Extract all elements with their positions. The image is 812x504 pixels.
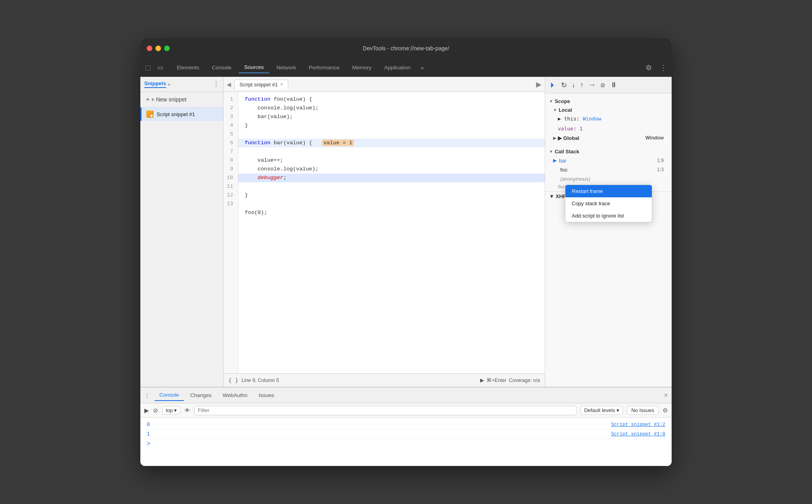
tab-application[interactable]: Application: [379, 62, 416, 73]
main-tab-bar: ⬚ ▭ Elements Console Sources Network Per…: [140, 59, 672, 77]
new-snippet-label: + New snippet: [151, 96, 186, 103]
run-icon[interactable]: ▶: [480, 377, 484, 383]
local-label: Local: [559, 107, 572, 113]
callstack-foo-loc: 1:3: [657, 167, 664, 172]
right-panel-inner: ▼ Scope ▼ Local ▶ this: Window value: 1: [545, 94, 672, 387]
debugger-toolbar: ⏵ ↻ ↓ ↑ → ⊘ ⏸: [545, 77, 672, 94]
bottom-tab-console[interactable]: Console: [155, 389, 184, 401]
console-line-1: 1 Script snippet #1:8: [147, 430, 665, 439]
callstack-item-foo[interactable]: foo 1:3: [545, 165, 672, 174]
context-menu-ignore-script[interactable]: Add script to ignore list: [565, 210, 652, 222]
tab-sources[interactable]: Sources: [239, 62, 270, 73]
traffic-light-green[interactable]: [164, 46, 170, 51]
step-over-btn[interactable]: ↻: [561, 81, 567, 90]
bottom-tab-webauthn[interactable]: WebAuthn: [218, 390, 253, 401]
more-options-icon[interactable]: ⋮: [658, 62, 668, 74]
snippet-item-label: Script snippet #1: [157, 111, 195, 117]
scope-section: ▼ Scope ▼ Local ▶ this: Window value: 1: [545, 94, 672, 145]
local-arrow-icon: ▼: [553, 108, 557, 112]
top-arrow-icon: ▾: [174, 407, 177, 413]
console-output: 0 Script snippet #1:2 1 Script snippet #…: [140, 418, 672, 466]
snippets-chevron-icon[interactable]: »: [168, 82, 170, 87]
bottom-tab-bar: ⋮ Console Changes WebAuthn Issues ×: [140, 388, 672, 403]
callstack-header[interactable]: ▼ Call Stack: [545, 147, 672, 156]
back-forward-icon[interactable]: ◀: [227, 81, 231, 88]
snippets-tab-label[interactable]: Snippets: [144, 80, 166, 88]
bottom-tab-issues[interactable]: Issues: [254, 390, 279, 401]
snippets-more-icon[interactable]: ⋮: [213, 80, 219, 88]
left-panel-header: Snippets » ⋮: [140, 77, 223, 92]
console-filter-input[interactable]: [194, 406, 576, 415]
device-icon[interactable]: ▭: [156, 62, 165, 73]
console-prompt[interactable]: >: [147, 441, 665, 447]
no-issues-label: No Issues: [631, 407, 654, 413]
step-into-btn[interactable]: ↓: [572, 81, 575, 89]
callstack-anon-label: (anonymous): [560, 176, 590, 182]
local-header[interactable]: ▼ Local: [545, 106, 672, 114]
context-menu-copy-stack[interactable]: Copy stack trace: [565, 197, 652, 210]
block-icon[interactable]: ⊘: [153, 407, 158, 414]
snippet-item[interactable]: Script snippet #1: [140, 107, 223, 121]
format-icon[interactable]: { }: [228, 377, 238, 384]
console-settings-icon[interactable]: ⚙: [663, 407, 668, 414]
default-levels-dropdown[interactable]: Default levels ▾: [580, 406, 623, 415]
editor-tab-label: Script snippet #1: [239, 82, 278, 88]
context-menu: Restart frame Copy stack trace Add scrip…: [565, 185, 652, 222]
bottom-tab-changes[interactable]: Changes: [186, 390, 216, 401]
global-val: Window: [645, 135, 664, 141]
execute-icon[interactable]: ▶: [144, 407, 149, 414]
scope-header[interactable]: ▼ Scope: [545, 97, 672, 106]
deactivate-btn[interactable]: ⊘: [600, 82, 605, 89]
callstack-bar-loc: 1:9: [657, 158, 664, 163]
code-line-7: value++;: [245, 157, 283, 163]
bottom-panel: ⋮ Console Changes WebAuthn Issues × ▶ ⊘ …: [140, 387, 672, 466]
devtools-window: DevTools - chrome://new-tab-page/ ⬚ ▭ El…: [140, 38, 672, 466]
code-content[interactable]: function foo(value) { console.log(value)…: [238, 92, 545, 373]
eye-icon[interactable]: 👁: [184, 407, 190, 414]
code-line-5: [245, 131, 248, 137]
console-ref-0[interactable]: Script snippet #1:2: [611, 422, 665, 428]
tab-elements[interactable]: Elements: [171, 62, 205, 73]
settings-icon[interactable]: ⚙: [644, 62, 653, 74]
step-btn[interactable]: →: [588, 81, 596, 89]
more-tabs-button[interactable]: »: [417, 63, 427, 73]
global-header[interactable]: ▶ ▶ Global Window: [545, 134, 672, 142]
editor-tab-bar: ◀ Script snippet #1 × ▶: [224, 77, 545, 92]
editor-tab-close-icon[interactable]: ×: [280, 82, 283, 87]
step-out-btn[interactable]: ↑: [580, 81, 584, 89]
center-panel: ◀ Script snippet #1 × ▶ 1 2 3 4 5 6 7 8: [224, 77, 545, 387]
editor-tab-snippet[interactable]: Script snippet #1 ×: [234, 80, 288, 89]
console-toolbar: ▶ ⊘ top ▾ 👁 Default levels ▾ No Issues ⚙: [140, 403, 672, 418]
traffic-lights: [147, 46, 170, 51]
code-line-2: console.log(value);: [245, 105, 318, 111]
tab-console[interactable]: Console: [206, 62, 237, 73]
context-menu-restart-frame[interactable]: Restart frame: [565, 185, 652, 197]
top-dropdown[interactable]: top ▾: [162, 406, 180, 414]
global-arrow-icon: ▶: [553, 136, 556, 140]
callstack-item-bar[interactable]: ▶ bar 1:9: [545, 156, 672, 165]
bottom-more-icon[interactable]: ⋮: [144, 392, 150, 399]
console-val-1: 1: [147, 431, 150, 437]
tab-performance[interactable]: Performance: [303, 62, 345, 73]
traffic-light-red[interactable]: [147, 46, 152, 51]
console-ref-1[interactable]: Script snippet #1:8: [611, 431, 665, 437]
traffic-light-yellow[interactable]: [155, 46, 161, 51]
run-hint: ⌘+Enter: [486, 377, 506, 383]
resume-btn[interactable]: ⏵: [549, 81, 556, 89]
callstack-arrow-icon: ▼: [549, 149, 553, 154]
status-run: ▶ ⌘+Enter Coverage: n/a: [480, 377, 540, 383]
status-bar-left: { } Line 9, Column 5: [228, 377, 279, 384]
cursor-icon[interactable]: ⬚: [144, 62, 153, 73]
tab-network[interactable]: Network: [271, 62, 302, 73]
scope-item-value: value: 1: [545, 124, 672, 134]
coverage-status: Coverage: n/a: [509, 378, 540, 383]
no-issues-button[interactable]: No Issues: [627, 406, 659, 415]
new-snippet-button[interactable]: + + New snippet: [140, 92, 223, 107]
bottom-panel-close-icon[interactable]: ×: [664, 392, 668, 399]
editor-run-icon[interactable]: ▶: [536, 80, 542, 89]
callstack-foo-label: foo: [560, 167, 567, 173]
callstack-item-anon[interactable]: (anonymous): [545, 174, 672, 183]
pause-btn[interactable]: ⏸: [610, 81, 617, 89]
code-line-4: }: [245, 122, 248, 128]
tab-memory[interactable]: Memory: [347, 62, 377, 73]
